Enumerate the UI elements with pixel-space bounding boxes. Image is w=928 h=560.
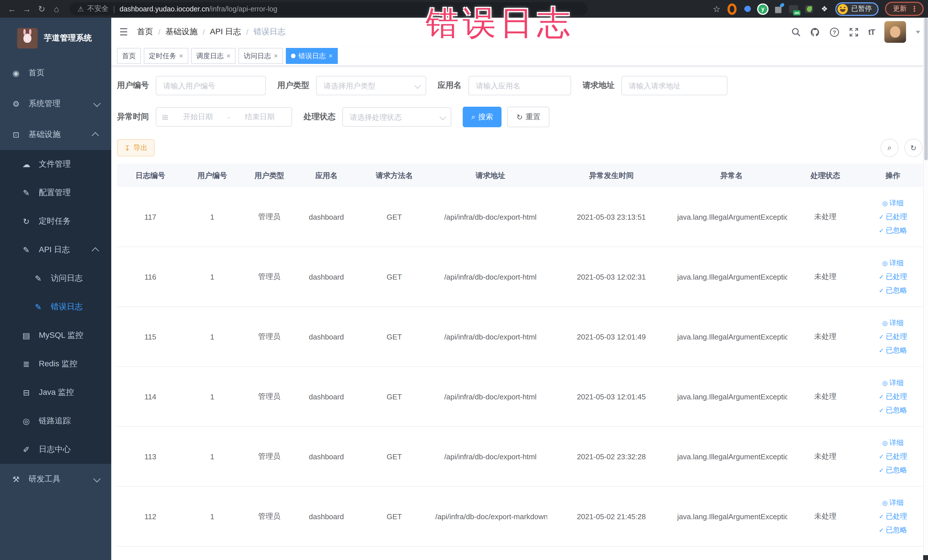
- cell-user-id: 1: [184, 333, 241, 341]
- github-icon[interactable]: [810, 27, 820, 37]
- sidebar-item-log-center[interactable]: ✐ 日志中心: [0, 435, 111, 464]
- browser-menu-icon[interactable]: ⋮: [911, 5, 918, 13]
- extension-on-icon[interactable]: on: [789, 4, 798, 14]
- extension-leaf-icon[interactable]: [804, 4, 814, 14]
- back-icon[interactable]: ←: [5, 4, 20, 14]
- detail-link[interactable]: ◎ 详细: [882, 498, 904, 508]
- mark-ignored-link[interactable]: ✓ 已忽略: [879, 405, 907, 415]
- sidebar-item-redis[interactable]: ≣ Redis 监控: [0, 350, 111, 378]
- search-button[interactable]: ⌕ 搜索: [463, 107, 502, 127]
- sidebar-item-api-log[interactable]: ✎ API 日志: [0, 236, 111, 264]
- detail-link[interactable]: ◎ 详细: [882, 438, 904, 448]
- check-icon: ✓: [879, 227, 884, 234]
- search-icon: ⌕: [471, 112, 476, 122]
- cell-request-url: /api/infra/db-doc/export-html: [433, 392, 547, 401]
- sidebar-item-system[interactable]: ⚙ 系统管理: [0, 89, 111, 119]
- mark-ignored-link[interactable]: ✓ 已忽略: [879, 465, 907, 475]
- sidebar-item-home[interactable]: ◉ 首页: [0, 58, 111, 89]
- mark-ignored-link[interactable]: ✓ 已忽略: [879, 226, 907, 235]
- app-name-input[interactable]: [469, 76, 571, 95]
- sidebar-item-dev-tools[interactable]: ⚒ 研发工具: [0, 464, 111, 495]
- address-divider: |: [113, 5, 115, 13]
- user-type-select[interactable]: [316, 76, 426, 95]
- extension-drop-icon[interactable]: [743, 4, 752, 14]
- extension-grid-icon[interactable]: ▦: [774, 4, 783, 14]
- breadcrumb-home[interactable]: 首页: [137, 27, 153, 37]
- table-row: 114 1 管理员 dashboard GET /api/infra/db-do…: [117, 367, 923, 427]
- detail-link[interactable]: ◎ 详细: [882, 378, 904, 388]
- extension-orange-icon[interactable]: [728, 4, 737, 14]
- address-bar[interactable]: ⚠ 不安全 | dashboard.yudao.iocoder.cn/infra…: [70, 2, 588, 15]
- sidebar-item-infra[interactable]: ⊡ 基础设施: [0, 119, 111, 150]
- user-menu-caret-icon[interactable]: [916, 31, 920, 34]
- close-icon[interactable]: ×: [329, 52, 333, 60]
- page-scrollbar[interactable]: [923, 18, 928, 560]
- mark-processed-link[interactable]: ✓ 已处理: [879, 212, 907, 222]
- reset-button[interactable]: ↻ 重置: [508, 107, 550, 127]
- user-type-select-input[interactable]: [316, 76, 426, 95]
- app-name-label: 应用名: [438, 81, 462, 91]
- mark-processed-link[interactable]: ✓ 已处理: [879, 332, 907, 342]
- process-status-select[interactable]: [342, 107, 451, 127]
- profile-chip[interactable]: 已暂停: [835, 2, 879, 16]
- tab-access-log[interactable]: 访问日志 ×: [238, 48, 283, 64]
- mark-processed-link[interactable]: ✓ 已处理: [879, 272, 907, 282]
- tab-job[interactable]: 定时任务 ×: [144, 48, 188, 64]
- check-icon: ✓: [879, 287, 884, 294]
- extensions-puzzle-icon[interactable]: ❖: [820, 4, 829, 14]
- close-icon[interactable]: ×: [226, 52, 230, 60]
- date-range-picker[interactable]: ⊞ 开始日期 - 结束日期: [156, 107, 292, 127]
- app-logo[interactable]: 芋道管理系统: [0, 18, 111, 58]
- home-icon[interactable]: ⌂: [49, 4, 64, 14]
- sidebar-item-java[interactable]: ⊟ Java 监控: [0, 378, 111, 407]
- mark-ignored-link[interactable]: ✓ 已忽略: [879, 345, 907, 355]
- sidebar-item-access-log[interactable]: ✎ 访问日志: [0, 264, 111, 293]
- export-button[interactable]: ↧ 导出: [117, 139, 155, 156]
- font-size-icon[interactable]: tT: [868, 27, 875, 37]
- sidebar-item-mysql[interactable]: ▤ MySQL 监控: [0, 321, 111, 350]
- not-secure-label[interactable]: 不安全: [87, 4, 109, 14]
- sidebar-item-config[interactable]: ✎ 配置管理: [0, 179, 111, 207]
- request-url-input[interactable]: [621, 76, 728, 95]
- process-status-select-input[interactable]: [342, 107, 451, 127]
- forward-icon[interactable]: →: [20, 4, 34, 14]
- sidebar-item-trace[interactable]: ◎ 链路追踪: [0, 407, 111, 435]
- mark-processed-link[interactable]: ✓ 已处理: [879, 511, 907, 521]
- update-button[interactable]: 更新 ⋮: [885, 2, 924, 16]
- bookmark-star-icon[interactable]: ☆: [712, 4, 721, 14]
- mark-processed-link[interactable]: ✓ 已处理: [879, 452, 907, 461]
- search-icon[interactable]: [791, 27, 800, 37]
- cell-user-type: 管理员: [241, 331, 298, 342]
- mark-ignored-link[interactable]: ✓ 已忽略: [879, 285, 907, 295]
- sidebar-toggle-icon[interactable]: ☰: [119, 26, 128, 38]
- refresh-table-button[interactable]: ↻: [904, 139, 923, 157]
- extension-y-icon[interactable]: y: [758, 4, 768, 14]
- tab-home[interactable]: 首页: [117, 48, 141, 64]
- detail-link[interactable]: ◎ 详细: [882, 318, 904, 328]
- close-icon[interactable]: ×: [274, 52, 278, 60]
- breadcrumb-api-log[interactable]: API 日志: [210, 27, 241, 37]
- user-type-label: 用户类型: [277, 81, 309, 91]
- cell-app-name: dashboard: [298, 333, 355, 341]
- user-id-input[interactable]: [156, 76, 266, 95]
- detail-link[interactable]: ◎ 详细: [882, 258, 904, 268]
- tab-error-log[interactable]: 错误日志 ×: [286, 48, 338, 64]
- fullscreen-icon[interactable]: [849, 27, 859, 37]
- help-icon[interactable]: ?: [830, 27, 839, 37]
- detail-link[interactable]: ◎ 详细: [882, 198, 904, 208]
- cell-exception-time: 2021-05-02 21:45:28: [547, 512, 676, 520]
- scrollbar-thumb[interactable]: [924, 18, 928, 160]
- user-avatar[interactable]: [884, 21, 906, 43]
- sidebar-item-job[interactable]: ↻ 定时任务: [0, 207, 111, 236]
- toggle-search-button[interactable]: ⌕: [881, 139, 899, 157]
- sidebar-item-file[interactable]: ☁ 文件管理: [0, 150, 111, 179]
- sidebar-item-error-log[interactable]: ✎ 错误日志: [0, 293, 111, 321]
- start-date-placeholder: 开始日期: [172, 112, 224, 122]
- rabbit-logo-icon: [17, 28, 38, 49]
- close-icon[interactable]: ×: [179, 52, 183, 60]
- tab-job-log[interactable]: 调度日志 ×: [191, 48, 236, 64]
- breadcrumb-infra[interactable]: 基础设施: [165, 27, 197, 37]
- reload-icon[interactable]: ↻: [34, 4, 49, 14]
- mark-ignored-link[interactable]: ✓ 已忽略: [879, 525, 907, 535]
- mark-processed-link[interactable]: ✓ 已处理: [879, 392, 907, 401]
